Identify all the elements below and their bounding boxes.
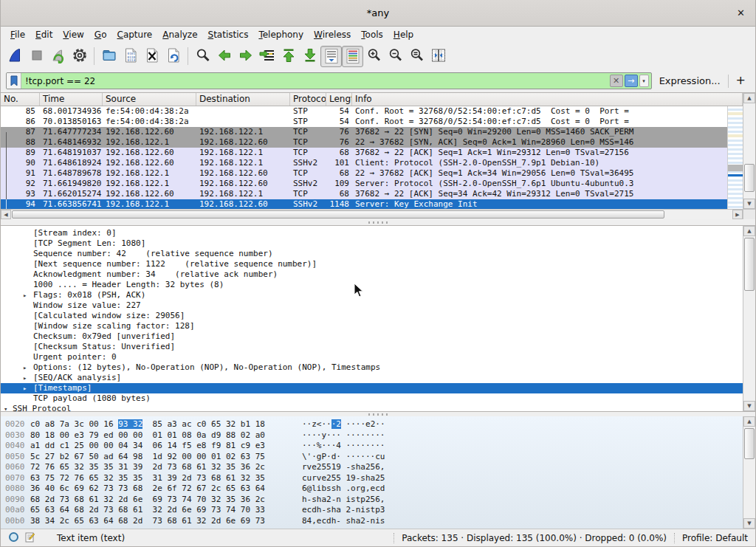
hex-row[interactable]: 003080 18 00 e3 79 ed 00 00 01 01 08 0a …: [1, 430, 743, 441]
column-header-source[interactable]: Source: [103, 93, 196, 106]
menu-edit[interactable]: Edit: [30, 28, 58, 42]
reload-file-button[interactable]: [162, 46, 184, 67]
menu-statistics[interactable]: Statistics: [203, 28, 254, 42]
previous-packet-button[interactable]: [213, 46, 235, 67]
detail-line[interactable]: ▸Options: (12 bytes), No-Operation (NOP)…: [1, 362, 743, 373]
open-file-button[interactable]: [98, 46, 120, 67]
close-icon[interactable]: ✕: [737, 7, 745, 20]
column-header-time[interactable]: Time: [40, 93, 103, 106]
capture-options-button[interactable]: [69, 46, 90, 67]
filter-dropdown-caret[interactable]: ▾: [639, 75, 649, 87]
menu-view[interactable]: View: [58, 28, 89, 42]
menu-go[interactable]: Go: [89, 28, 112, 42]
detail-line[interactable]: [Calculated window size: 29056]: [1, 311, 743, 321]
close-file-button[interactable]: [141, 46, 162, 67]
first-packet-button[interactable]: [278, 46, 299, 67]
detail-line[interactable]: Urgent pointer: 0: [1, 352, 743, 362]
pane-splitter[interactable]: [1, 219, 755, 225]
title-bar[interactable]: *any ✕: [1, 0, 755, 27]
packet-row[interactable]: 8670.013850163fe:54:00:d4:38:2aSTP54Conf…: [1, 117, 727, 127]
start-capture-button[interactable]: [4, 46, 26, 67]
detail-line[interactable]: [Checksum Status: Unverified]: [1, 342, 743, 352]
menu-telephony[interactable]: Telephony: [253, 28, 309, 42]
detail-line[interactable]: ▸Flags: 0x018 (PSH, ACK): [1, 290, 743, 300]
expander-open-icon[interactable]: ▾: [4, 404, 7, 411]
filter-apply-button[interactable]: →: [625, 75, 638, 87]
expander-closed-icon[interactable]: ▸: [23, 362, 27, 373]
packet-row[interactable]: 8871.648146932192.168.122.1192.168.122.6…: [1, 137, 727, 148]
hex-row[interactable]: 0040a1 dd c1 25 00 00 04 34 06 14 f5 e8 …: [1, 441, 743, 452]
hex-row[interactable]: 00b038 34 2c 65 63 64 68 2d 73 68 61 32 …: [1, 516, 743, 527]
scroll-thumb[interactable]: [744, 238, 755, 291]
details-vscrollbar[interactable]: ▲ ▼: [743, 226, 755, 411]
hex-row[interactable]: 00a065 63 64 68 2d 73 68 61 32 2d 6e 69 …: [1, 505, 743, 516]
expression-button[interactable]: Expression...: [657, 75, 723, 86]
packet-row[interactable]: 9071.648618924192.168.122.60192.168.122.…: [1, 158, 727, 168]
packet-list-hscrollbar[interactable]: ◀ ▶: [1, 209, 743, 219]
detail-line[interactable]: Window size value: 227: [1, 300, 743, 311]
display-filter-input[interactable]: !tcp.port == 22 ✕ → ▾: [6, 72, 652, 89]
resize-columns-button[interactable]: [427, 46, 449, 67]
packet-row[interactable]: 9371.662015274192.168.122.60192.168.122.…: [1, 189, 727, 199]
expert-info-icon[interactable]: [8, 531, 19, 545]
scroll-thumb[interactable]: [12, 210, 664, 219]
menu-wireless[interactable]: Wireless: [309, 28, 356, 42]
hex-row[interactable]: 007063 75 72 76 65 32 35 35 31 39 2d 73 …: [1, 473, 743, 484]
expander-closed-icon[interactable]: ▸: [23, 383, 27, 393]
detail-line[interactable]: TCP payload (1080 bytes): [1, 393, 743, 404]
detail-line[interactable]: 1000 .... = Header Length: 32 bytes (8): [1, 280, 743, 290]
menu-file[interactable]: File: [5, 28, 30, 42]
column-header-length[interactable]: Length: [326, 93, 352, 106]
menu-tools[interactable]: Tools: [356, 28, 388, 42]
packet-row[interactable]: 9271.661949820192.168.122.1192.168.122.6…: [1, 179, 727, 189]
column-header-info[interactable]: Info: [352, 93, 743, 106]
packet-row[interactable]: 8568.001734936fe:54:00:d4:38:2aSTP54Conf…: [1, 106, 727, 117]
stop-capture-button[interactable]: [26, 46, 47, 67]
scroll-up-arrow[interactable]: ▲: [743, 416, 755, 427]
restart-capture-button[interactable]: [47, 46, 69, 67]
scroll-thumb[interactable]: [744, 428, 755, 459]
zoom-out-button[interactable]: [385, 46, 406, 67]
find-packet-button[interactable]: [192, 46, 213, 67]
detail-line[interactable]: [Window size scaling factor: 128]: [1, 321, 743, 331]
hex-row[interactable]: 00505c 27 b2 67 50 ad 64 98 1d 92 00 00 …: [1, 452, 743, 463]
detail-line[interactable]: Checksum: 0x79ed [unverified]: [1, 331, 743, 342]
expander-closed-icon[interactable]: ▸: [23, 290, 27, 300]
hex-row[interactable]: 006072 76 65 32 35 35 31 39 2d 73 68 61 …: [1, 462, 743, 473]
colorize-button[interactable]: [342, 46, 363, 67]
save-file-button[interactable]: 010101100113: [120, 46, 141, 67]
scroll-up-arrow[interactable]: ▲: [743, 226, 755, 236]
scroll-thumb[interactable]: [744, 164, 755, 192]
scroll-left-arrow[interactable]: ◀: [1, 210, 11, 219]
detail-line[interactable]: Sequence number: 42 (relative sequence n…: [1, 249, 743, 259]
menu-capture[interactable]: Capture: [111, 28, 157, 42]
zoom-in-button[interactable]: [363, 46, 385, 67]
scroll-down-arrow[interactable]: ▼: [743, 199, 755, 209]
last-packet-button[interactable]: [299, 46, 320, 67]
column-header-no[interactable]: No.: [1, 93, 40, 106]
hex-row[interactable]: 009068 2d 73 68 61 32 2d 6e 69 73 74 70 …: [1, 495, 743, 506]
detail-line[interactable]: Acknowledgment number: 34 (relative ack …: [1, 269, 743, 280]
auto-scroll-button[interactable]: [320, 46, 342, 67]
scroll-down-arrow[interactable]: ▼: [743, 401, 755, 411]
bookmark-icon[interactable]: [7, 73, 21, 89]
detail-line[interactable]: ▸[Timestamps]: [1, 383, 743, 393]
detail-line[interactable]: [Stream index: 0]: [1, 228, 743, 238]
profile-text[interactable]: Profile: Default: [682, 533, 748, 543]
packet-row[interactable]: 8971.648191037192.168.122.60192.168.122.…: [1, 148, 727, 158]
filter-clear-button[interactable]: ✕: [610, 75, 623, 87]
scroll-up-arrow[interactable]: ▲: [743, 93, 755, 103]
hex-row[interactable]: 008036 40 6c 69 62 73 73 68 2e 6f 72 67 …: [1, 484, 743, 495]
detail-line[interactable]: [TCP Segment Len: 1080]: [1, 238, 743, 249]
column-header-protocol[interactable]: Protocol: [290, 93, 326, 106]
detail-line[interactable]: [Next sequence number: 1122 (relative se…: [1, 259, 743, 269]
add-filter-button[interactable]: +: [734, 73, 750, 89]
scroll-right-arrow[interactable]: ▶: [732, 210, 743, 219]
packet-row[interactable]: 9471.663856741192.168.122.1192.168.122.6…: [1, 199, 727, 209]
scroll-down-arrow[interactable]: ▼: [743, 518, 755, 529]
packet-list-vscrollbar[interactable]: ▲ ▼: [743, 93, 755, 209]
hex-row[interactable]: 0020c0 a8 7a 3c 00 16 93 32 85 a3 ac c0 …: [1, 419, 743, 430]
expander-closed-icon[interactable]: ▸: [23, 373, 27, 383]
menu-analyze[interactable]: Analyze: [157, 28, 202, 42]
intelligent-scrollbar[interactable]: [727, 106, 743, 209]
